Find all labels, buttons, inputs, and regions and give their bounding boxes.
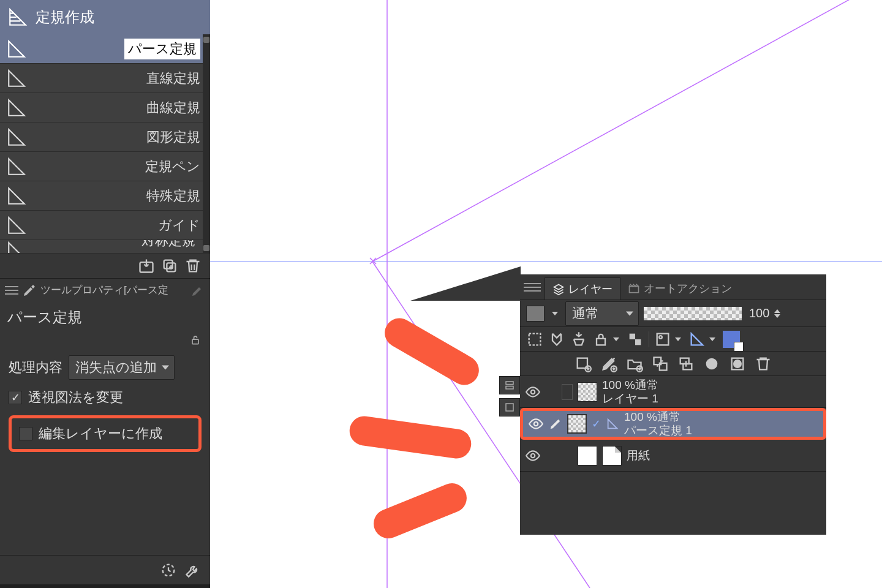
layer-opacity-text: 100 %通常 bbox=[602, 379, 658, 392]
check-icon: ✓ bbox=[592, 417, 601, 431]
menu-icon[interactable] bbox=[524, 283, 541, 292]
chevron-down-icon[interactable] bbox=[673, 331, 684, 347]
opacity-value: 100 bbox=[749, 306, 769, 320]
selection-box-icon[interactable] bbox=[526, 331, 543, 348]
new-raster-layer-icon[interactable] bbox=[575, 355, 592, 372]
duplicate-subtool-icon[interactable] bbox=[161, 257, 178, 274]
svg-rect-16 bbox=[597, 338, 605, 345]
delete-layer-icon[interactable] bbox=[755, 355, 772, 372]
svg-rect-28 bbox=[683, 364, 692, 369]
svg-rect-3 bbox=[192, 339, 198, 344]
subtool-special-ruler[interactable]: 特殊定規 bbox=[0, 181, 210, 211]
side-tab-2[interactable] bbox=[499, 398, 520, 417]
ruler-toggle-icon[interactable] bbox=[688, 331, 706, 348]
layer-row-paper[interactable]: 用紙 bbox=[520, 440, 826, 472]
svg-rect-11 bbox=[506, 382, 513, 385]
checkbox-change-perspective[interactable] bbox=[9, 391, 22, 404]
svg-point-32 bbox=[531, 390, 535, 394]
checker-icon[interactable] bbox=[627, 331, 644, 348]
eye-icon[interactable] bbox=[525, 448, 541, 464]
subtool-scrollbar[interactable] bbox=[203, 34, 210, 254]
delete-subtool-icon[interactable] bbox=[184, 257, 202, 274]
chevron-down-icon[interactable] bbox=[549, 306, 560, 322]
process-select[interactable]: 消失点の追加 bbox=[69, 355, 175, 380]
merge-layer-icon[interactable] bbox=[677, 355, 695, 372]
ruler-icon bbox=[6, 127, 27, 148]
svg-rect-18 bbox=[635, 339, 641, 345]
brush-settings-icon[interactable] bbox=[190, 283, 205, 298]
mask-icon[interactable] bbox=[703, 355, 720, 372]
footer-separator bbox=[0, 584, 210, 588]
eye-icon[interactable] bbox=[525, 384, 541, 400]
reset-icon[interactable] bbox=[160, 562, 177, 579]
create-on-edit-layer-label: 編集レイヤーに作成 bbox=[39, 424, 162, 443]
ruler-icon bbox=[6, 215, 27, 236]
subtool-perspective-ruler[interactable]: パース定規 bbox=[0, 34, 210, 64]
tool-header[interactable]: 定規作成 bbox=[0, 0, 210, 34]
tool-property-header[interactable]: ツールプロパティ[パース定 bbox=[0, 278, 210, 301]
subtool-label: 定規ペン bbox=[145, 157, 200, 176]
layer-texts: 100 %通常 レイヤー 1 bbox=[602, 379, 658, 405]
scroll-up-icon[interactable] bbox=[203, 37, 209, 43]
layer-toolbar-1 bbox=[520, 327, 826, 352]
create-on-edit-layer-row[interactable]: 編集レイヤーに作成 bbox=[19, 424, 191, 443]
change-perspective-row[interactable]: 透視図法を変更 bbox=[9, 388, 202, 407]
layer-row-perspective-ruler[interactable]: ✓ 100 %通常 パース定規 1 bbox=[520, 408, 826, 440]
subtool-curve-ruler[interactable]: 曲線定規 bbox=[0, 93, 210, 123]
new-folder-icon[interactable] bbox=[626, 355, 643, 372]
chevron-down-icon[interactable] bbox=[707, 331, 718, 347]
transfer-layer-icon[interactable] bbox=[652, 355, 669, 372]
side-tab-1[interactable] bbox=[499, 376, 520, 394]
checkbox-create-on-edit-layer[interactable] bbox=[19, 427, 32, 440]
reference-icon[interactable] bbox=[570, 331, 587, 348]
scroll-down-icon[interactable] bbox=[203, 245, 209, 251]
highlight-frame: 編集レイヤーに作成 bbox=[9, 415, 202, 452]
opacity-stepper[interactable] bbox=[774, 309, 783, 318]
blend-mode-select[interactable]: 通常 bbox=[565, 301, 639, 326]
wrench-icon[interactable] bbox=[184, 562, 202, 579]
layer-color-swatch[interactable] bbox=[526, 306, 545, 322]
layer-list: 100 %通常 レイヤー 1 ✓ 100 %通常 パース定規 1 用紙 bbox=[520, 376, 826, 472]
opacity-slider[interactable] bbox=[644, 307, 742, 320]
layer-row[interactable]: 100 %通常 レイヤー 1 bbox=[520, 376, 826, 408]
svg-rect-13 bbox=[506, 404, 513, 411]
layer-thumbnail bbox=[578, 446, 597, 466]
callout-tail bbox=[410, 266, 521, 301]
layer-name: レイヤー 1 bbox=[602, 392, 658, 405]
effect-icon[interactable] bbox=[654, 331, 671, 348]
paper-icon bbox=[602, 446, 622, 466]
subtool-ruler-pen[interactable]: 定規ペン bbox=[0, 152, 210, 181]
menu-icon[interactable] bbox=[5, 286, 18, 295]
tool-header-label: 定規作成 bbox=[36, 7, 94, 27]
svg-rect-17 bbox=[630, 333, 635, 339]
apply-mask-icon[interactable] bbox=[729, 355, 746, 372]
svg-point-34 bbox=[531, 453, 535, 458]
tab-layer[interactable]: レイヤー bbox=[545, 277, 620, 300]
tab-autoaction[interactable]: オートアクション bbox=[620, 277, 739, 300]
layer-color-icon[interactable] bbox=[723, 331, 740, 348]
subtool-line-ruler[interactable]: 直線定規 bbox=[0, 64, 210, 93]
panel-tabs: レイヤー オートアクション bbox=[520, 274, 826, 300]
subtool-guide[interactable]: ガイド bbox=[0, 211, 210, 240]
layers-icon bbox=[552, 283, 565, 295]
lock-icon[interactable] bbox=[189, 334, 202, 346]
change-perspective-label: 透視図法を変更 bbox=[28, 388, 123, 407]
svg-line-7 bbox=[372, 0, 882, 262]
subtool-symmetry-ruler[interactable]: 対称定規 bbox=[0, 240, 210, 254]
subtool-label: ガイド bbox=[158, 216, 200, 235]
lock-icon[interactable] bbox=[592, 331, 609, 348]
pen-icon[interactable] bbox=[549, 417, 562, 431]
import-subtool-icon[interactable] bbox=[138, 257, 155, 274]
ruler-icon bbox=[606, 417, 619, 431]
layer-thumbnail bbox=[578, 382, 597, 402]
chevron-down-icon[interactable] bbox=[611, 331, 622, 347]
svg-point-31 bbox=[734, 360, 741, 368]
subtool-list: パース定規 直線定規 曲線定規 図形定規 定規ペン 特殊定規 ガイド 対称定規 bbox=[0, 34, 210, 254]
clip-mask-icon[interactable] bbox=[548, 331, 565, 348]
property-body: 処理内容 消失点の追加 透視図法を変更 編集レイヤーに作成 bbox=[0, 349, 210, 458]
eye-icon[interactable] bbox=[528, 416, 544, 432]
new-vector-layer-icon[interactable] bbox=[600, 355, 617, 372]
subtool-toolbar bbox=[0, 254, 210, 278]
subtool-shape-ruler[interactable]: 図形定規 bbox=[0, 123, 210, 152]
tab-label: レイヤー bbox=[568, 282, 612, 296]
